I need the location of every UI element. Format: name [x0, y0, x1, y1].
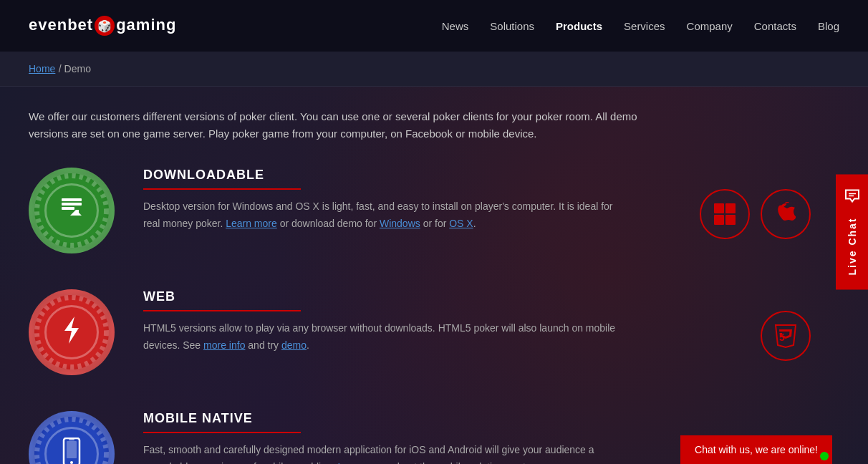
svg-rect-3: [62, 207, 74, 210]
web-chip-icon: [59, 315, 85, 350]
downloadable-osx-link[interactable]: OS X: [449, 218, 473, 229]
windows-platform-icon: [700, 189, 750, 239]
downloadable-windows-link[interactable]: Windows: [380, 218, 420, 229]
mobile-content: MOBILE NATIVE Fast, smooth and carefully…: [143, 411, 630, 464]
svg-rect-7: [725, 203, 736, 213]
web-icon-wrapper: [29, 289, 122, 382]
breadcrumb: Home / Demo: [0, 52, 868, 87]
mobile-title: MOBILE NATIVE: [143, 411, 630, 426]
svg-rect-9: [725, 215, 736, 225]
chat-banner[interactable]: Chat with us, we are online!: [680, 435, 832, 464]
downloadable-content: DOWNLOADABLE Desktop version for Windows…: [143, 168, 630, 233]
svg-rect-15: [67, 441, 77, 458]
breadcrumb-current: Demo: [64, 63, 91, 74]
chat-banner-text: Chat with us, we are online!: [695, 444, 818, 455]
live-chat-icon: [844, 188, 860, 206]
downloadable-icon-wrapper: [29, 168, 122, 261]
web-content: WEB HTML5 versions allow to play via any…: [143, 289, 630, 354]
nav-news[interactable]: News: [442, 20, 469, 32]
main-content: We offer our customers different version…: [0, 87, 868, 464]
mobile-underline: [143, 432, 301, 433]
nav-solutions[interactable]: Solutions: [490, 20, 534, 32]
breadcrumb-separator: /: [59, 63, 64, 74]
logo-poker-icon: [95, 16, 115, 36]
web-desc: HTML5 versions allow to play via any bro…: [143, 320, 630, 354]
breadcrumb-home[interactable]: Home: [29, 63, 55, 74]
main-nav: News Solutions Products Services Company…: [442, 20, 839, 32]
mobile-desc: Fast, smooth and carefully designed mode…: [143, 442, 630, 464]
mobile-icon-wrapper: [29, 411, 122, 464]
logo[interactable]: evenbetgaming: [29, 16, 176, 36]
logo-text: evenbetgaming: [29, 16, 176, 36]
mobile-chip: [29, 411, 115, 464]
web-title: WEB: [143, 289, 630, 304]
nav-blog[interactable]: Blog: [818, 20, 839, 32]
logo-text-after: gaming: [116, 16, 176, 34]
nav-services[interactable]: Services: [624, 20, 665, 32]
svg-rect-6: [714, 203, 724, 213]
downloadable-chip: [29, 168, 115, 253]
downloadable-desc: Desktop version for Windows and OS X is …: [143, 198, 630, 233]
site-header: evenbetgaming News Solutions Products Se…: [0, 0, 868, 52]
web-platforms: 5: [761, 311, 811, 361]
apple-platform-icon: [761, 189, 811, 239]
web-more-info[interactable]: more info: [203, 339, 245, 351]
product-downloadable: DOWNLOADABLE Desktop version for Windows…: [29, 168, 839, 261]
web-chip: [29, 289, 115, 375]
intro-text: We offer our customers different version…: [29, 108, 673, 142]
downloadable-underline: [143, 188, 301, 190]
mobile-learn-more[interactable]: Learn more: [338, 461, 390, 464]
svg-rect-17: [69, 439, 74, 440]
downloadable-title: DOWNLOADABLE: [143, 168, 630, 183]
svg-rect-5: [76, 210, 79, 216]
product-web: WEB HTML5 versions allow to play via any…: [29, 289, 839, 382]
html5-platform-icon: 5: [761, 311, 811, 361]
nav-company[interactable]: Company: [687, 20, 733, 32]
svg-rect-1: [62, 198, 82, 201]
nav-contacts[interactable]: Contacts: [754, 20, 796, 32]
downloadable-platforms: [700, 189, 811, 239]
svg-rect-2: [62, 203, 82, 206]
chat-online-indicator: [820, 452, 829, 460]
downloadable-learn-more[interactable]: Learn more: [226, 218, 277, 229]
downloadable-chip-icon: [59, 195, 85, 226]
live-chat-label: Live Chat: [847, 217, 858, 275]
svg-point-16: [70, 461, 73, 464]
svg-rect-8: [714, 215, 724, 225]
live-chat-sidebar[interactable]: Live Chat: [836, 174, 868, 289]
svg-marker-11: [64, 316, 79, 344]
nav-products[interactable]: Products: [556, 20, 602, 32]
web-demo-link[interactable]: demo: [281, 339, 307, 351]
mobile-chip-icon: [62, 438, 81, 465]
logo-text-before: evenbet: [29, 16, 93, 34]
web-underline: [143, 310, 301, 311]
